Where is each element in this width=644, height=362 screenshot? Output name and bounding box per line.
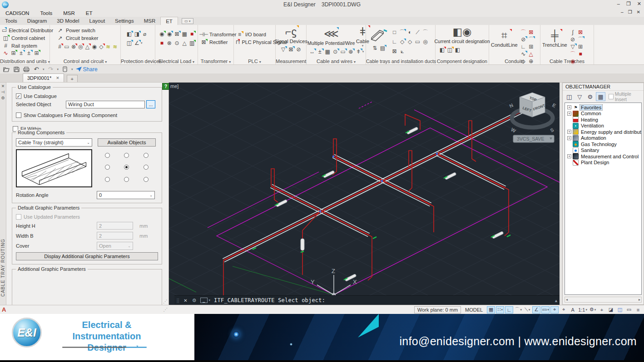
fuse-icon[interactable] <box>125 30 133 38</box>
work-plane-indicator[interactable]: Work plane: 0 mm <box>414 306 461 313</box>
chevron-down-icon[interactable]: ▾ <box>141 41 143 45</box>
multiple-potential-wire-button[interactable]: ⋘ Multiple Potential/Wire <box>307 27 355 46</box>
control-cabinet-button[interactable]: Control cabinet <box>2 34 48 42</box>
circuit-breaker-button[interactable]: ↗Circuit breaker <box>56 34 119 42</box>
tree-item-automation[interactable]: + Automation <box>566 135 640 142</box>
insertion-point-bottom-left[interactable] <box>105 177 110 182</box>
conduit-bend-icon[interactable] <box>520 29 527 36</box>
tab-msr[interactable]: MSR <box>139 17 161 25</box>
insertion-point-mid-left[interactable] <box>105 165 110 170</box>
generator-icon[interactable] <box>166 30 173 38</box>
trench-pipe-icon[interactable] <box>569 36 577 43</box>
command-customize-icon[interactable]: ⚙ <box>192 298 197 303</box>
insertion-point-center[interactable] <box>124 165 129 170</box>
use-catalogue-checkbox[interactable] <box>16 93 21 99</box>
switch-icon[interactable] <box>63 43 70 50</box>
io-board-button[interactable]: I/O board <box>236 30 273 38</box>
expander-icon[interactable]: + <box>567 136 571 140</box>
menu-msr[interactable]: MSR <box>58 10 80 16</box>
meter-box-icon[interactable] <box>287 46 295 53</box>
ribbon-display-toggle[interactable]: ▭▾ <box>182 18 193 24</box>
tray-elbow-icon[interactable] <box>421 29 429 36</box>
viewport-corner-label[interactable]: me] <box>170 83 178 89</box>
tray-corner-icon[interactable] <box>391 38 398 45</box>
menu-cadison[interactable]: CADISON <box>0 10 35 16</box>
disconnect-icon[interactable] <box>133 39 141 47</box>
settings-icon[interactable] <box>585 92 594 101</box>
redo-dropdown-icon[interactable]: ▾ <box>57 68 59 71</box>
group-label[interactable]: PLC ▾ <box>234 59 275 64</box>
command-grip[interactable]: ⣿ <box>176 298 179 303</box>
power-switch-button[interactable]: ↗Power switch <box>56 26 119 34</box>
tree-item-measurement-and-control[interactable]: + Measurement and Control <box>566 153 640 160</box>
command-scroll-up-icon[interactable]: ▲ <box>554 298 558 303</box>
trench-corner-icon[interactable] <box>577 36 585 43</box>
tree-item-ventilation[interactable]: Ventilation <box>566 123 640 129</box>
routing-type-select[interactable]: Cable Tray (straight) ⌄ <box>16 138 92 147</box>
tab-layout[interactable]: Layout <box>84 17 110 25</box>
cable-drum-icon[interactable] <box>324 48 332 55</box>
load-bank-icon[interactable] <box>181 30 188 38</box>
chevron-down-icon[interactable]: ▾ <box>362 50 364 54</box>
designation-2-icon[interactable] <box>446 46 454 54</box>
motor-switch-icon[interactable] <box>70 43 77 50</box>
group-label[interactable]: Transformer ▾ <box>198 59 233 64</box>
close-button[interactable]: ✕ <box>637 1 641 7</box>
undo-icon[interactable] <box>33 66 40 73</box>
cable-tray-route-icon[interactable] <box>370 29 388 43</box>
cable-mic-icon[interactable] <box>355 48 362 55</box>
drawing-viewport[interactable]: Z Y X N W S E TOP LEFT FRONT 3VC <box>169 83 560 305</box>
tray-level-icon[interactable] <box>371 44 379 52</box>
close-tab-icon[interactable]: ✕ <box>56 76 59 80</box>
tray-separator-icon[interactable]: ⟀ <box>398 48 406 55</box>
tree-item-energy-supply[interactable]: + Energy supply and distribution <box>566 129 640 135</box>
palette-close-icon[interactable]: ✕ <box>0 84 6 88</box>
model-space-button[interactable]: MODEL <box>462 306 486 313</box>
command-close-icon[interactable]: ✕ <box>183 298 187 303</box>
layout-view-icon[interactable] <box>565 92 574 101</box>
browse-button[interactable]: ... <box>146 100 155 108</box>
command-line[interactable]: ⣿ ✕ ⚙ ▁ ▾ ITF_CABLETRAYROUTE Select obje… <box>174 295 560 305</box>
tab-tools[interactable]: Tools <box>0 17 22 25</box>
plc-physical-signal-button[interactable]: ⊓PLC Physical Signal <box>236 38 273 46</box>
insertion-point-top-left[interactable] <box>105 153 110 158</box>
rectifier-button[interactable]: Rectifier <box>200 38 232 46</box>
insertion-point-bottom-right[interactable] <box>144 177 149 182</box>
use-catalogue-checkbox-row[interactable]: Use Catalogue <box>16 93 158 99</box>
new-tab-button[interactable]: + <box>67 75 78 82</box>
wire-group-icon[interactable] <box>112 43 119 50</box>
palette-properties-icon[interactable]: ⚙ <box>0 96 6 100</box>
wire-connect-icon[interactable] <box>308 48 316 55</box>
grid-view-icon[interactable] <box>596 92 605 101</box>
command-prompt-text[interactable]: ITF_CABLETRAYROUTE Select object: <box>214 297 325 303</box>
save-icon[interactable] <box>13 66 20 73</box>
polar-tracking-toggle[interactable]: ⌒▾ <box>514 306 522 313</box>
annotation-scale-button[interactable]: 1:1▾ <box>578 306 588 313</box>
print-icon[interactable] <box>23 66 30 73</box>
trench-s-icon[interactable]: ∫ <box>569 29 577 36</box>
distribution-tool-1-icon[interactable] <box>2 49 10 57</box>
insertion-point-mid-right[interactable] <box>144 165 149 170</box>
document-tab[interactable]: 3DPI0001* ✕ <box>23 73 64 82</box>
tray-ring-icon[interactable] <box>421 38 429 45</box>
socket-icon[interactable] <box>173 39 181 47</box>
signal-devices-button[interactable]: ⌐ϛ Signal Devices <box>277 25 305 44</box>
sensor-icon[interactable] <box>295 46 302 53</box>
trench-branch-icon[interactable] <box>569 43 577 50</box>
hardware-acceleration-button[interactable] <box>616 306 624 313</box>
command-window-icon[interactable]: ▁ <box>200 298 208 303</box>
tab-3d-model[interactable]: 3D Model <box>52 17 84 25</box>
breaker-icon[interactable] <box>141 30 149 38</box>
cable-box-icon[interactable] <box>339 48 347 55</box>
tray-riser-icon[interactable]: ⟋ <box>414 29 421 36</box>
share-button[interactable]: Share <box>76 66 98 73</box>
cable-gland-icon[interactable] <box>347 48 355 55</box>
wire-cross-icon[interactable] <box>316 48 324 55</box>
expander-icon[interactable]: + <box>567 105 571 109</box>
trench-box-icon[interactable] <box>577 29 585 36</box>
grid-display-toggle[interactable] <box>487 306 495 313</box>
tray-bend-icon[interactable] <box>398 29 406 36</box>
object-manager-header[interactable]: OBJECTMANAGER <box>563 83 644 91</box>
qat-customize-icon[interactable]: ▾ <box>71 68 73 71</box>
scroll-right-icon[interactable]: ▸ <box>639 298 640 302</box>
